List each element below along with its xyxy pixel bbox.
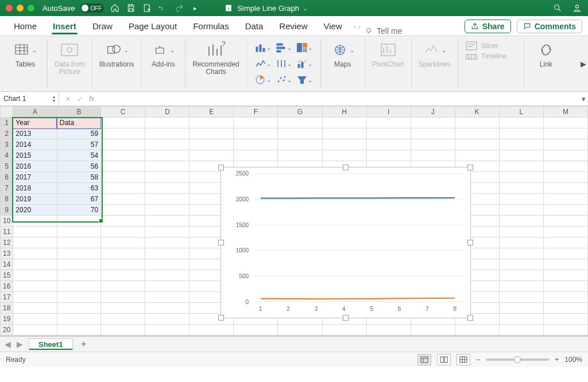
cell[interactable] (543, 139, 587, 150)
recommended-charts-button[interactable]: ? Recommended Charts (192, 41, 239, 76)
search-icon[interactable] (552, 3, 563, 13)
cell[interactable]: 70 (57, 205, 100, 216)
cell[interactable] (189, 139, 234, 150)
cell[interactable] (543, 194, 587, 205)
cell[interactable] (543, 248, 587, 259)
cell[interactable] (101, 205, 145, 216)
cell[interactable] (145, 118, 189, 128)
zoom-slider[interactable] (486, 358, 549, 361)
cell[interactable] (543, 183, 587, 194)
cell[interactable] (145, 248, 189, 259)
cell[interactable] (411, 325, 455, 336)
cell[interactable] (57, 270, 100, 281)
cell[interactable] (234, 118, 278, 128)
cell[interactable] (13, 227, 57, 237)
cell[interactable]: 2013 (13, 128, 57, 139)
save-icon[interactable] (126, 3, 136, 13)
cell[interactable] (278, 325, 322, 336)
cell[interactable] (101, 237, 145, 248)
cancel-formula-icon[interactable]: ✕ (65, 95, 71, 103)
cell[interactable] (101, 150, 145, 161)
save-as-icon[interactable] (142, 3, 152, 13)
resize-handle[interactable] (218, 165, 224, 170)
cell[interactable] (101, 194, 145, 205)
chart-series-line[interactable] (261, 298, 455, 299)
cell[interactable] (145, 227, 189, 237)
row-header[interactable]: 4 (1, 150, 13, 161)
addins-button[interactable]: ⌄ Add-ins (148, 41, 178, 68)
cell[interactable] (189, 336, 234, 337)
slicer-button[interactable]: Slicer (465, 41, 517, 51)
cell[interactable] (499, 128, 543, 139)
view-normal-button[interactable] (417, 354, 431, 365)
chart-plot-area[interactable]: 0500100015002000250012345678 (235, 173, 463, 302)
cell[interactable] (57, 314, 100, 325)
cell[interactable]: 56 (57, 161, 100, 172)
ribbon-scroll-right[interactable]: ▶ (580, 58, 587, 69)
cell[interactable] (543, 292, 587, 303)
cell[interactable] (499, 259, 543, 270)
cell[interactable] (101, 281, 145, 292)
cell[interactable] (499, 172, 543, 183)
formula-expand-icon[interactable]: ▾ (579, 95, 588, 103)
select-all-corner[interactable] (1, 107, 13, 118)
scatter-chart-icon[interactable]: ⌄ (274, 73, 293, 87)
tab-insert[interactable]: Insert (45, 18, 84, 36)
sheet-tab-active[interactable]: Sheet1 (29, 338, 73, 350)
cell[interactable] (543, 259, 587, 270)
cell[interactable] (101, 292, 145, 303)
cell[interactable] (366, 118, 411, 128)
cell[interactable] (145, 270, 189, 281)
enter-formula-icon[interactable]: ✓ (77, 95, 83, 103)
cell[interactable] (455, 150, 499, 161)
funnel-chart-icon[interactable]: ⌄ (295, 73, 314, 87)
cell[interactable] (499, 270, 543, 281)
row-header[interactable]: 7 (1, 183, 13, 194)
bar-chart-icon[interactable]: ⌄ (274, 41, 293, 54)
tab-data[interactable]: Data (237, 18, 272, 36)
cell[interactable] (145, 281, 189, 292)
cell[interactable] (543, 128, 587, 139)
stock-chart-icon[interactable]: ⌄ (274, 57, 293, 71)
cell[interactable] (101, 161, 145, 172)
cell[interactable]: 58 (57, 172, 100, 183)
cell[interactable]: 57 (57, 139, 100, 150)
cell[interactable] (366, 139, 411, 150)
cell[interactable]: 2014 (13, 139, 57, 150)
cell[interactable] (411, 139, 455, 150)
cell[interactable] (499, 248, 543, 259)
cell[interactable]: 2020 (13, 205, 57, 216)
maps-button[interactable]: ⌄ Maps (328, 41, 358, 68)
name-box-stepper[interactable]: ▴▾ (53, 95, 55, 103)
cell[interactable] (145, 161, 189, 172)
row-header[interactable]: 15 (1, 270, 13, 281)
cell[interactable] (145, 172, 189, 183)
row-header[interactable]: 10 (1, 216, 13, 227)
cell[interactable] (234, 139, 278, 150)
cell[interactable] (145, 336, 189, 337)
cell[interactable] (322, 150, 366, 161)
row-header[interactable]: 8 (1, 194, 13, 205)
column-header[interactable]: L (499, 107, 543, 118)
cell[interactable] (101, 172, 145, 183)
redo-icon[interactable] (174, 3, 184, 13)
cell[interactable] (322, 336, 366, 337)
column-header[interactable]: F (234, 107, 278, 118)
close-window-button[interactable] (6, 5, 13, 11)
tab-page-layout[interactable]: Page Layout (121, 18, 185, 36)
cell[interactable] (499, 118, 543, 128)
cell[interactable] (145, 237, 189, 248)
sparklines-button[interactable]: ⌄ Sparklines (419, 41, 451, 68)
row-header[interactable]: 2 (1, 128, 13, 139)
cell[interactable] (543, 172, 587, 183)
formula-input[interactable] (100, 92, 579, 106)
cell[interactable] (145, 194, 189, 205)
column-header[interactable]: B (57, 107, 100, 118)
cell[interactable] (57, 325, 100, 336)
row-header[interactable]: 6 (1, 172, 13, 183)
cell[interactable] (543, 161, 587, 172)
cell[interactable] (145, 183, 189, 194)
cell[interactable] (57, 248, 100, 259)
cell[interactable] (57, 216, 100, 227)
zoom-out-button[interactable]: − (476, 356, 480, 364)
